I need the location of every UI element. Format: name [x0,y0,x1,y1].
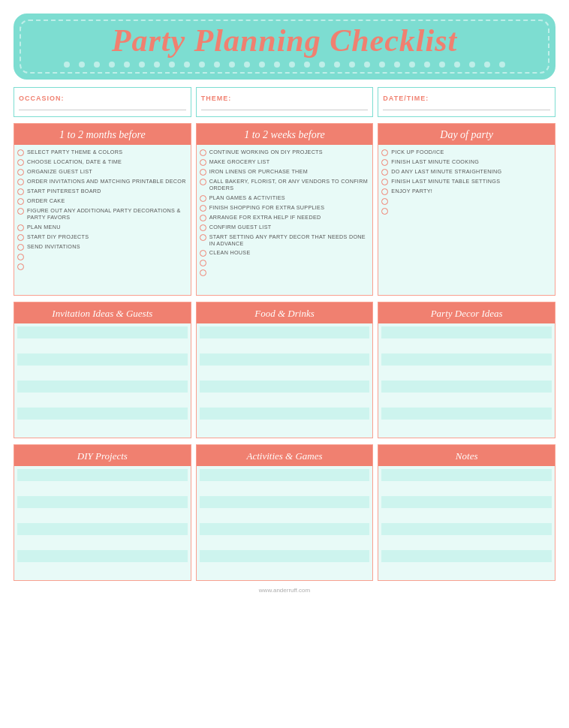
stripe-line [17,367,188,379]
stripe-line [200,523,370,535]
list-item: IRON LINENS OR PURCHASE THEM [200,168,370,176]
checkbox[interactable] [200,149,206,156]
item-text: CHOOSE LOCATION, DATE & TIME [27,158,122,165]
checkbox[interactable] [200,205,206,212]
item-text: FINISH SHOPPING FOR EXTRA SUPPLIES [209,204,325,211]
activities-games-header: Activities & Games [197,445,373,466]
item-text: CLEAN HOUSE [209,249,251,256]
checkbox[interactable] [200,224,206,231]
item-text: CALL BAKERY, FLORIST, OR ANY VENDORS TO … [209,178,370,192]
notes-row-2: DIY Projects Activities & Games Notes [14,444,555,581]
checkbox[interactable] [17,263,24,270]
stripe-line [17,483,188,495]
checkbox[interactable] [17,234,24,241]
col1-body: SELECT PARTY THEME & COLORSCHOOSE LOCATI… [14,145,191,295]
list-item: PLAN MENU [17,224,188,231]
checkbox[interactable] [17,179,24,185]
footer: www.anderruff.com [14,587,555,594]
checkbox[interactable] [200,215,206,221]
food-drinks-col: Food & Drinks [196,302,374,438]
item-text: START SETTING ANY PARTY DECOR THAT NEEDS… [209,233,370,248]
checkbox[interactable] [200,234,206,241]
checkbox[interactable] [381,188,388,195]
datetime-cell: DATE/TIME: [378,87,555,117]
checkbox[interactable] [381,149,388,156]
checkbox[interactable] [381,159,388,166]
checkbox[interactable] [200,179,206,185]
checkbox[interactable] [17,188,24,195]
stripe-line [381,367,552,379]
item-text: FIGURE OUT ANY ADDITIONAL PARTY DECORATI… [27,207,188,221]
food-drinks-body [197,323,373,438]
stripe-line [200,367,370,379]
item-text: CONFIRM GUEST LIST [209,224,272,230]
party-decor-col: Party Decor Ideas [378,302,555,438]
item-text: IRON LINENS OR PURCHASE THEM [209,168,308,175]
activities-games-col: Activities & Games [196,444,374,581]
notes-col: Notes [378,444,555,581]
checkbox[interactable] [200,260,206,266]
item-text: FINISH LAST MINUTE COOKING [391,158,479,165]
checkbox[interactable] [200,250,206,257]
checkbox[interactable] [17,244,24,251]
stripe-line [381,340,552,352]
party-decor-header: Party Decor Ideas [378,302,555,323]
checkbox[interactable] [200,195,206,202]
notes-header: Notes [378,445,555,466]
notes-title: Notes [456,450,478,462]
checkbox[interactable] [200,169,206,176]
item-text: DO ANY LAST MINUTE STRAIGHTENING [391,168,501,175]
checkbox[interactable] [381,198,388,205]
stripe-line [381,483,552,495]
list-item: START PINTEREST BOARD [17,188,188,195]
checkbox[interactable] [200,159,206,166]
checkbox[interactable] [17,149,24,156]
col1-header-text: 1 to 2 months before [59,129,146,140]
notes-row-1: Invitation Ideas & Guests Food & Drinks … [14,302,555,438]
col3-header-text: Day of party [440,129,493,140]
checkbox[interactable] [17,159,24,166]
occasion-cell: OCCASION: [14,87,191,117]
list-item: FINISH LAST MINUTE COOKING [381,158,552,166]
stripe-line [381,381,552,393]
item-text: START DIY PROJECTS [27,233,89,240]
checkbox[interactable] [17,224,24,231]
datetime-label: DATE/TIME: [383,95,429,102]
list-item: CONTINUE WORKING ON DIY PROJECTS [200,149,370,156]
food-drinks-header: Food & Drinks [197,302,373,323]
item-text: ORGANIZE GUEST LIST [27,168,92,175]
checkbox[interactable] [381,208,388,215]
col2-header: 1 to 2 weeks before [197,124,373,145]
stripe-line [381,537,552,549]
col-1-to-2-months: 1 to 2 months before SELECT PARTY THEME … [14,123,191,296]
checkbox[interactable] [381,169,388,176]
checkbox[interactable] [17,169,24,176]
col-day-of-party: Day of party PICK UP FOOD/ICEFINISH LAST… [378,123,555,296]
list-item: MAKE GROCERY LIST [200,158,370,166]
stripe-line [17,469,188,481]
checkbox[interactable] [17,198,24,205]
stripe-line [17,340,188,352]
stripe-line [200,421,370,433]
item-text: FINISH LAST MINUTE TABLE SETTINGS [391,178,500,185]
stripe-line [200,496,370,508]
theme-label: THEME: [201,95,232,102]
col2-body: CONTINUE WORKING ON DIY PROJECTSMAKE GRO… [197,145,373,295]
list-item: ENJOY PARTY! [381,188,552,195]
party-decor-title: Party Decor Ideas [431,308,503,319]
page-title: Party Planning Checklist [30,23,539,59]
stripe-line [17,550,188,562]
party-decor-body [378,323,555,438]
checkbox[interactable] [200,269,206,276]
list-item-empty [17,263,188,270]
list-item: START SETTING ANY PARTY DECOR THAT NEEDS… [200,233,370,248]
list-item: SEND INVITATIONS [17,243,188,251]
stripe-line [200,353,370,366]
checkbox[interactable] [17,254,24,260]
item-text: PICK UP FOOD/ICE [391,149,444,155]
invitation-ideas-col: Invitation Ideas & Guests [14,302,191,438]
checkbox[interactable] [381,179,388,185]
item-text: SELECT PARTY THEME & COLORS [27,149,122,155]
stripe-line [17,326,188,338]
checkbox[interactable] [17,208,24,215]
